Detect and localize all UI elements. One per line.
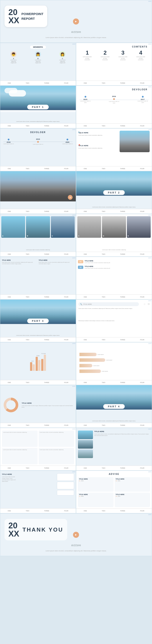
nav-three: THREE bbox=[44, 339, 49, 340]
advise-item-1: TITLE HERE 01 00% bbox=[78, 477, 114, 492]
year-label-2017: 2017 bbox=[137, 98, 149, 100]
title-box: 20 XX POWERPOINT REPORT bbox=[4, 6, 47, 27]
nav-one: ONE bbox=[8, 82, 11, 84]
thank-title-box: 20 XX THANK YOU bbox=[4, 519, 67, 540]
nav-four: FOUR bbox=[140, 467, 145, 469]
box-column bbox=[57, 473, 74, 507]
photo-a: A bbox=[1, 216, 25, 238]
contents-items: 1 Lorem ipsum dolorsit ametconsectetur 2… bbox=[77, 50, 151, 60]
nav-bar: ONE TWO THREE FOUR bbox=[0, 166, 76, 171]
bar-pair-3 bbox=[41, 355, 46, 371]
nav-three: THREE bbox=[120, 211, 125, 212]
photo-d: D bbox=[102, 216, 126, 238]
nav-four: FOUR bbox=[64, 339, 68, 340]
year-desc-2017: Lorem ipsum dolor sit amet bbox=[137, 100, 149, 104]
row-bar-ribbon: 演界网 2018 FOMN FUT bbox=[0, 342, 152, 385]
watermark: 演界网 bbox=[148, 129, 151, 130]
nav-three: THREE bbox=[120, 382, 125, 383]
thank-text: THANK YOU bbox=[22, 526, 63, 533]
nav-two: TWO bbox=[102, 82, 105, 84]
slide-thank-you: 演界网 20 XX THANK YOU ▶ @态芝多肉 Lorem ipsum … bbox=[0, 513, 152, 556]
nav-four: FOUR bbox=[140, 382, 145, 383]
donut-title: TITLE HERE bbox=[22, 402, 74, 404]
val-1b: 00% bbox=[81, 480, 84, 482]
part3-desc: Lorem ipsum dolor sit amet, consectetuer… bbox=[2, 335, 74, 336]
watermark: 演界网 bbox=[72, 257, 75, 258]
timeline-dot-2019 bbox=[37, 141, 39, 143]
nav-four: FOUR bbox=[140, 296, 145, 298]
nav-bar: ONE TWO THREE FOUR bbox=[0, 80, 76, 85]
member-a-desc: Lorem ipsumadipiscingmagnis and bbox=[10, 59, 17, 64]
num-4: 4 bbox=[139, 50, 142, 56]
city-image bbox=[120, 131, 150, 152]
slide-contents: 演界网 COMTENTS 1 Lorem ipsum dolorsit amet… bbox=[76, 43, 152, 86]
bar-group-3: FUTURE bbox=[41, 353, 46, 371]
nav-two: TWO bbox=[102, 254, 105, 255]
advise-vals-3: 03 00% bbox=[79, 496, 113, 497]
advise-vals-4: 04 00% bbox=[116, 496, 149, 497]
bar-label-2018: 2018 bbox=[31, 360, 33, 362]
val-2b: 00% bbox=[118, 480, 120, 482]
search-desc-2: Pellentesque habitant morbi tristique se… bbox=[78, 320, 150, 322]
nav-three: THREE bbox=[120, 82, 125, 84]
year-desc-2016: Lorem ipsum dolor sit amet bbox=[108, 101, 120, 104]
play-button[interactable]: ▶ bbox=[73, 18, 79, 24]
timeline2-container: 2018 Lorem ipsum dolor sit 2019 Lorem ip… bbox=[3, 136, 73, 147]
bar-2a bbox=[36, 357, 38, 371]
nav-bar: ONE TWO THREE FOUR bbox=[76, 337, 152, 342]
nav-three: THREE bbox=[120, 339, 125, 340]
nav-four: FOUR bbox=[64, 382, 68, 383]
year-label-2019: 2019 bbox=[33, 138, 43, 140]
avatar-a: 👦 bbox=[10, 51, 16, 57]
advise-title-2: TITLE HERE bbox=[116, 478, 149, 480]
slide-city-full: 演界网 ⚙ ONE TWO THREE FOUR bbox=[0, 171, 76, 214]
nav-four: FOUR bbox=[140, 424, 145, 426]
nav-four: FOUR bbox=[64, 296, 68, 298]
nav-two: TWO bbox=[102, 339, 105, 340]
nav-one: ONE bbox=[84, 296, 87, 298]
nav-one: ONE bbox=[84, 82, 87, 84]
ribbon-label-2: Lorem ipsum bbox=[106, 360, 112, 361]
photo-desc-abc: Lorem ipsum dolor sit amet consectetur a… bbox=[2, 249, 74, 250]
advise-title-3: TITLE HERE bbox=[79, 494, 113, 495]
nav-two: TWO bbox=[102, 211, 105, 212]
nav-two: TWO bbox=[102, 510, 105, 512]
nav-three: THREE bbox=[120, 467, 125, 469]
row-dev2-city: 演界网 DEVOLOER 2018 Lorem ipsum dolor sit … bbox=[0, 128, 152, 171]
box-3 bbox=[57, 490, 74, 496]
donut-area: TITLE HERE Lorem ipsum dolor sit amet ma… bbox=[2, 388, 74, 422]
val-1a: 01 bbox=[79, 480, 81, 482]
nav-two: TWO bbox=[26, 82, 29, 84]
row-part1-dev: 演界网 PART 1 Lorem ipsum dolor sit amet, c… bbox=[0, 86, 152, 128]
watermark: 演界网 bbox=[148, 257, 151, 258]
nav-three: THREE bbox=[44, 296, 49, 298]
year-label-2015: 2015 bbox=[79, 98, 91, 100]
nav-one: ONE bbox=[8, 254, 11, 255]
thank-subtitle: Lorem ipsum dolor sit amet, consectetuer… bbox=[45, 550, 107, 552]
nav-four: FOUR bbox=[64, 211, 68, 212]
nav-bar: ONE TWO THREE FOUR bbox=[0, 294, 76, 299]
row-members-contents: 演界网 MEMBERS 👦 A Lorem ipsumadipiscingmag… bbox=[0, 43, 152, 86]
nav-two: TWO bbox=[26, 168, 29, 170]
nav-one: ONE bbox=[84, 211, 87, 212]
tg-cell-2: Lorem ipsum dolor sit amet consectetur a… bbox=[39, 430, 74, 447]
search-bar[interactable]: 🔍 TITLE HERE bbox=[78, 302, 139, 306]
tb-main-title: TITLE HERE bbox=[2, 473, 56, 475]
slide-photos-cde: 演界网 C D E Lorem ipsum dolor sit amet con… bbox=[76, 214, 152, 257]
slide-title-photos: 演界网 TITLE HERE Lorem ipsum dolor sit ame… bbox=[76, 428, 152, 470]
bar-pair-1 bbox=[30, 362, 35, 371]
slide-donut-chart: 演界网 TITLE HERE Lorem ipsum dolor sit ame… bbox=[0, 385, 76, 428]
title-photos-content: TITLE HERE Lorem ipsum dolor sit amet, c… bbox=[78, 430, 150, 464]
year-2015: 2015 Lorem ipsum dolor sit amet bbox=[79, 96, 91, 104]
ribbon-container: Lorem ipsum Lorem ipsum Lorem ipsum Lore… bbox=[79, 347, 149, 379]
ribbon-2: Lorem ipsum bbox=[79, 358, 149, 362]
member-a: 👦 A Lorem ipsumadipiscingmagnis and bbox=[10, 51, 17, 64]
photo-b-label: B bbox=[27, 235, 28, 237]
row-two-titles-tags: 演界网 TITLE HERE lorem ipsum dolor sit ame… bbox=[0, 257, 152, 300]
advise-item-4: TITLE HERE 04 00% bbox=[115, 493, 150, 507]
content-item-3: 3 Lorem ipsum dolorsit ametconsectetur bbox=[119, 50, 127, 60]
advise-item-3: TITLE HERE 03 00% bbox=[78, 493, 114, 507]
city-full-image bbox=[0, 171, 76, 202]
thank-play-btn[interactable]: ▶ bbox=[73, 532, 79, 538]
nav-three: THREE bbox=[44, 211, 49, 212]
